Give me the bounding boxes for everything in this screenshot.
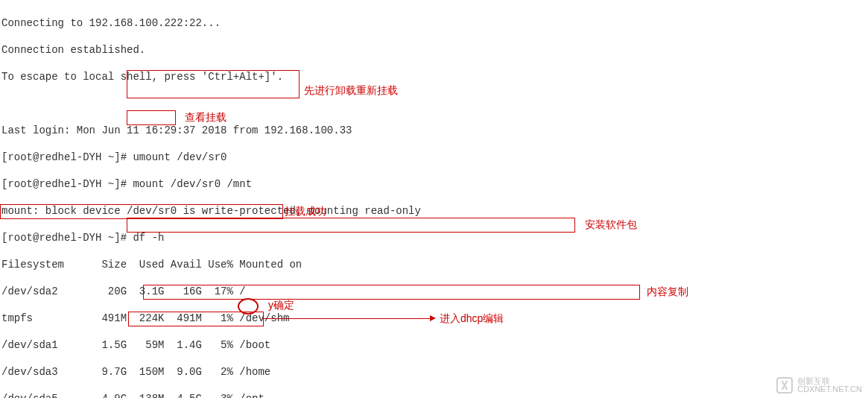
df-row-sda5: /dev/sda5 4.9G 138M 4.5G 3% /opt [1, 392, 868, 398]
blank-line [1, 97, 868, 110]
escape-hint: To escape to local shell, press 'Ctrl+Al… [1, 70, 868, 83]
mount-warning: mount: block device /dev/sr0 is write-pr… [1, 204, 868, 218]
df-header: Filesystem Size Used Avail Use% Mounted … [1, 258, 868, 271]
df-row-sda2: /dev/sda2 20G 3.1G 16G 17% / [1, 285, 868, 298]
cmd-df: [root@redhel-DYH ~]# df -h [1, 231, 868, 244]
cmd-mount: [root@redhel-DYH ~]# mount /dev/sr0 /mnt [1, 177, 868, 191]
last-login: Last login: Mon Jun 11 16:29:37 2018 fro… [1, 124, 868, 137]
cmd-umount: [root@redhel-DYH ~]# umount /dev/sr0 [1, 151, 868, 164]
connection-established: Connection established. [1, 43, 868, 57]
connecting-line: Connecting to 192.168.100.222:22... [1, 16, 868, 30]
df-row-sda3: /dev/sda3 9.7G 150M 9.0G 2% /home [1, 365, 868, 379]
df-row-tmpfs: tmpfs 491M 224K 491M 1% /dev/shm [1, 312, 868, 325]
df-row-sda1: /dev/sda1 1.5G 59M 1.4G 5% /boot [1, 338, 868, 352]
terminal-output: Connecting to 192.168.100.222:22... Conn… [0, 0, 868, 398]
